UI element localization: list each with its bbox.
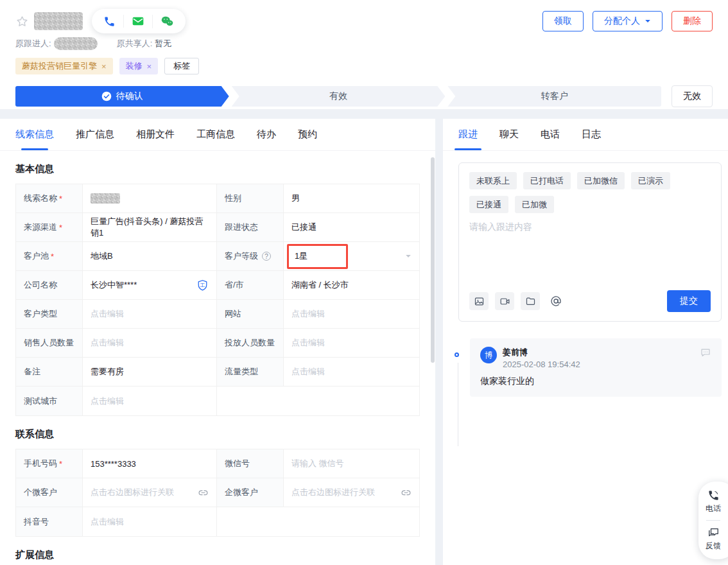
field-value[interactable]: 点击右边图标进行关联: [284, 478, 419, 507]
tag-chip: 蘑菇投营销巨量引擎×: [15, 58, 113, 74]
field-value-text: 湖南省 / 长沙市: [291, 279, 349, 291]
tab-跟进[interactable]: 跟进: [458, 119, 478, 150]
timeline-line: [458, 363, 458, 446]
wechat-icon[interactable]: [152, 15, 182, 28]
add-tag-button[interactable]: 标签: [164, 58, 199, 74]
field-value[interactable]: 需要有房: [83, 358, 217, 386]
quick-tag[interactable]: 已加微: [515, 196, 554, 213]
invalid-button[interactable]: 无效: [672, 85, 713, 107]
field-value[interactable]: 点击编辑: [83, 329, 217, 357]
followup-input[interactable]: [469, 222, 711, 284]
field-label: 跟进状态: [217, 213, 284, 241]
close-icon[interactable]: ×: [147, 62, 152, 71]
header-section: 领取 分配个人 删除 原跟进人: 原共享人: 暂无 蘑菇投营销巨量引擎×装修×标…: [0, 0, 728, 109]
chevron-down-icon: [645, 18, 651, 24]
quick-tag[interactable]: 已打电话: [523, 172, 571, 189]
field-value[interactable]: 点击编辑: [83, 300, 217, 328]
link-associate-icon[interactable]: [198, 487, 209, 498]
tag-chip: 装修×: [119, 58, 159, 74]
floating-call-button[interactable]: 电话: [706, 489, 721, 514]
field-value-text: 1星: [295, 250, 308, 262]
field-value[interactable]: 153****3333: [83, 449, 217, 478]
shield-verify-icon[interactable]: 工: [196, 279, 209, 291]
tab-日志[interactable]: 日志: [582, 119, 601, 150]
assign-button[interactable]: 分配个人: [593, 11, 663, 31]
field-value[interactable]: 地域B: [83, 242, 217, 270]
svg-text:工: 工: [200, 282, 205, 288]
field-value[interactable]: 点击编辑: [284, 329, 419, 357]
floating-feedback-button[interactable]: 反馈: [706, 526, 721, 552]
submit-button[interactable]: 提交: [667, 290, 711, 312]
field-label: 客户池*: [16, 242, 83, 270]
stage-step[interactable]: 待确认: [15, 86, 229, 107]
field-label-text: 销售人员数量: [24, 337, 74, 349]
at-mention-icon[interactable]: [546, 292, 566, 310]
check-circle-icon: [101, 91, 112, 101]
link-associate-icon[interactable]: [401, 487, 412, 498]
field-value[interactable]: 长沙中智****工: [83, 271, 217, 299]
tab-相册文件[interactable]: 相册文件: [136, 119, 175, 150]
assign-button-label: 分配个人: [604, 15, 640, 27]
field-value[interactable]: 点击编辑: [83, 387, 217, 415]
stage-step[interactable]: 有效: [232, 86, 446, 107]
field-value-text: 请输入 微信号: [291, 458, 344, 469]
video-icon[interactable]: [495, 292, 514, 310]
field-value[interactable]: 已接通: [284, 213, 419, 241]
help-icon[interactable]: ?: [262, 252, 271, 261]
tab-线索信息[interactable]: 线索信息: [15, 119, 54, 150]
field-value-text: 需要有房: [91, 366, 124, 378]
mail-icon[interactable]: [123, 15, 152, 28]
stage-step[interactable]: 转客户: [447, 86, 661, 107]
tab-待办[interactable]: 待办: [257, 119, 276, 150]
field-label-text: 线索名称: [24, 193, 57, 204]
close-icon[interactable]: ×: [101, 62, 107, 71]
chevron-down-icon[interactable]: [405, 253, 412, 259]
required-asterisk: *: [59, 194, 62, 204]
field-label-text: 手机号码: [24, 458, 57, 469]
tab-推广信息[interactable]: 推广信息: [76, 119, 114, 150]
image-icon[interactable]: [469, 292, 489, 310]
lead-name-blurred: [34, 12, 83, 30]
quick-tag[interactable]: 未联系上: [469, 172, 517, 189]
field-value-text: 巨量广告(抖音头条) / 蘑菇投营销1: [91, 216, 209, 239]
tab-预约[interactable]: 预约: [298, 119, 317, 150]
share-person-value: 暂无: [155, 38, 171, 49]
quick-tag[interactable]: 已接通: [469, 196, 508, 213]
field-value[interactable]: 点击编辑: [284, 358, 419, 386]
tab-聊天[interactable]: 聊天: [499, 119, 519, 150]
field-value-text: 点击编辑: [91, 337, 124, 349]
quick-tag[interactable]: 已演示: [631, 172, 670, 189]
tab-工商信息[interactable]: 工商信息: [196, 119, 235, 150]
folder-icon[interactable]: [521, 292, 540, 310]
divider: [706, 520, 720, 521]
field-value[interactable]: [83, 184, 217, 213]
form-row: 手机号码*153****3333微信号请输入 微信号: [16, 449, 419, 478]
field-value[interactable]: 点击右边图标进行关联: [83, 478, 217, 507]
field-value[interactable]: 1星: [284, 242, 419, 270]
field-label-text: 企微客户: [225, 487, 258, 498]
field-label-text: 公司名称: [24, 279, 57, 291]
field-value[interactable]: 点击编辑: [83, 507, 217, 536]
tab-电话[interactable]: 电话: [541, 119, 560, 150]
field-value-text: 点击编辑: [291, 337, 325, 349]
field-label-text: 客户类型: [24, 308, 57, 320]
field-value[interactable]: 男: [284, 184, 419, 213]
field-label-text: 客户池: [24, 250, 49, 262]
followup-record-card: 博姜前博2025-02-08 19:54:42做家装行业的: [470, 338, 722, 397]
field-value[interactable]: 点击编辑: [284, 300, 419, 328]
field-value[interactable]: 湖南省 / 长沙市: [284, 271, 419, 299]
call-phone-icon[interactable]: [96, 15, 123, 28]
left-panel-scrollbar[interactable]: [431, 157, 435, 363]
delete-button[interactable]: 删除: [672, 11, 713, 31]
claim-button[interactable]: 领取: [542, 11, 584, 31]
field-value-text: 点击编辑: [291, 308, 325, 320]
field-label-text: 微信号: [225, 458, 250, 469]
favorite-star-icon[interactable]: [15, 15, 29, 28]
field-value[interactable]: 请输入 微信号: [284, 449, 419, 478]
comment-icon[interactable]: [700, 347, 711, 358]
required-asterisk: *: [59, 459, 62, 469]
field-value[interactable]: 巨量广告(抖音头条) / 蘑菇投营销1: [83, 213, 217, 241]
tag-label: 装修: [126, 60, 143, 72]
field-label-text: 性别: [225, 193, 241, 204]
quick-tag[interactable]: 已加微信: [577, 172, 625, 189]
